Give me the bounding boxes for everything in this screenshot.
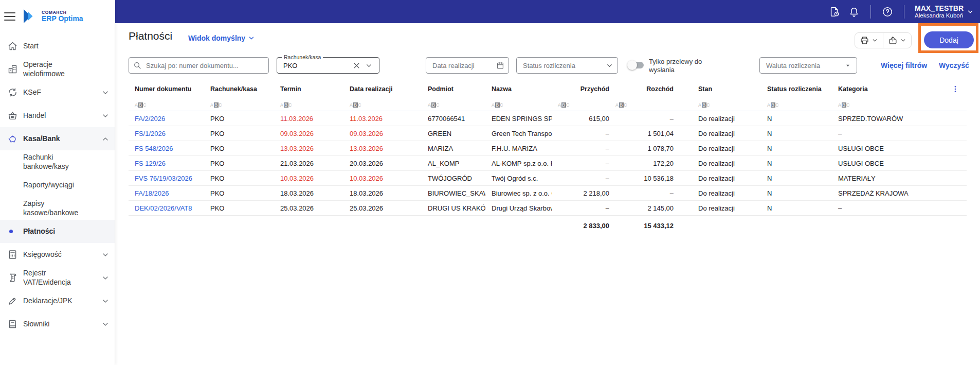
document-number-link[interactable]: FVS 76/19/03/2026 <box>129 175 204 182</box>
column-filter-podmiot[interactable]: ABC <box>422 99 485 109</box>
sidebar-item-label: Płatności <box>23 227 55 236</box>
column-filter-numer-dokumentu[interactable]: ABC <box>129 99 204 109</box>
column-menu-kebab-icon[interactable] <box>946 85 967 93</box>
realization-date-cell: 09.03.2026 <box>343 130 422 137</box>
table-filter-row: ABCABCABCABCABCABCABCABCABCABCABC <box>129 97 967 111</box>
column-filter-abc-icon[interactable]: ABC <box>135 102 147 108</box>
chevron-down-icon <box>967 8 974 15</box>
chevron-down-icon[interactable] <box>362 59 375 72</box>
column-header-rachunek-kasa[interactable]: Rachunek/kasa <box>204 85 274 93</box>
table-row[interactable]: FA/2/2026PKO11.03.202611.03.202667700665… <box>129 111 967 126</box>
sidebar-item-kasa-bank[interactable]: Kasa/Bank <box>0 127 115 150</box>
due-date-cell: 11.03.2026 <box>274 115 343 123</box>
column-filter-rachunek-kasa[interactable]: ABC <box>204 99 274 109</box>
table-row[interactable]: FS 129/26PKO21.03.202620.03.2026AL_KOMPA… <box>129 156 967 171</box>
sidebar-item-start[interactable]: Start <box>0 34 115 58</box>
dropdown-arrow-icon <box>844 62 851 69</box>
sidebar-item-płatności[interactable]: Płatności <box>0 220 115 243</box>
document-number-link[interactable]: FA/2/2026 <box>129 115 204 123</box>
app-window: MAX_TESTBR Aleksandra Kuboń COMARCH ERP … <box>0 0 980 365</box>
sidebar-item-rachunki-bankowe-kasy[interactable]: Rachunki bankowe/kasy <box>0 150 115 173</box>
column-header-kategoria[interactable]: Kategoria <box>832 85 946 93</box>
table-row[interactable]: FVS 76/19/03/2026PKO10.03.202610.03.2026… <box>129 171 967 186</box>
document-number-link[interactable]: DEK/02/2026/VAT8 <box>129 204 204 212</box>
column-header-rozchód[interactable]: Rozchód <box>609 85 674 93</box>
column-filter-kategoria[interactable]: ABC <box>832 99 946 109</box>
column-filter-abc-icon[interactable]: ABC <box>428 102 440 108</box>
sidebar-item-handel[interactable]: Handel <box>0 104 115 127</box>
column-filter-nazwa[interactable]: ABC <box>485 99 552 109</box>
expense-cell: 1 078,70 <box>609 145 674 152</box>
column-filter-abc-icon[interactable]: ABC <box>698 102 710 108</box>
column-filter-status-rozliczenia[interactable]: ABC <box>761 99 832 109</box>
hamburger-menu-icon[interactable] <box>4 12 15 21</box>
column-filter-abc-icon[interactable]: ABC <box>492 102 503 108</box>
column-filter-abc-icon[interactable]: ABC <box>558 102 570 108</box>
app-logo[interactable]: COMARCH ERP Optima <box>23 9 83 23</box>
currency-filter[interactable]: Waluta rozliczenia <box>759 57 857 74</box>
sidebar-item-label: Raporty/wyciągi <box>23 181 74 190</box>
column-filter-abc-icon[interactable]: ABC <box>767 102 779 108</box>
account-cell: PKO <box>204 189 274 197</box>
document-number-link[interactable]: FS 548/2026 <box>129 145 204 152</box>
column-filter-rozchód[interactable]: ABC <box>609 99 674 109</box>
document-number-link[interactable]: FA/18/2026 <box>129 189 204 197</box>
table-row[interactable]: FA/18/2026PKO18.03.202618.03.2026BIUROWI… <box>129 186 967 201</box>
account-filter[interactable]: Rachunek/kasa PKO <box>277 57 379 74</box>
user-menu[interactable]: MAX_TESTBR Aleksandra Kuboń <box>915 4 974 19</box>
document-number-link[interactable]: FS/1/2026 <box>129 130 204 137</box>
date-filter[interactable]: Data realizacji <box>426 57 509 74</box>
sidebar-item-ksef[interactable]: KSeF <box>0 81 115 104</box>
table-row[interactable]: DEK/02/2026/VAT8PKO25.03.202625.03.2026D… <box>129 201 967 216</box>
column-header-numer-dokumentu[interactable]: Numer dokumentu <box>129 85 204 93</box>
column-filter-data-realizacji[interactable]: ABC <box>343 99 422 109</box>
search-input[interactable] <box>145 61 264 70</box>
print-button[interactable] <box>855 36 883 45</box>
sidebar-item-słowniki[interactable]: Słowniki <box>0 312 115 336</box>
table-row[interactable]: FS 548/2026PKO13.03.202613.03.2026MARIZA… <box>129 141 967 156</box>
table-row[interactable]: FS/1/2026PKO09.03.202609.03.2026GREENGre… <box>129 126 967 141</box>
column-header-data-realizacji[interactable]: Data realizacji <box>343 85 422 93</box>
more-filters-link[interactable]: Więcej filtrów <box>881 61 927 69</box>
column-filter-abc-icon[interactable]: ABC <box>280 102 292 108</box>
column-header-nazwa[interactable]: Nazwa <box>485 85 552 93</box>
sidebar-item-operacje-wielofirmowe[interactable]: Operacje wielofirmowe <box>0 58 115 81</box>
status-filter[interactable]: Status rozliczenia <box>516 57 618 74</box>
column-header-przychód[interactable]: Przychód <box>552 85 609 93</box>
column-header-stan[interactable]: Stan <box>674 85 761 93</box>
document-clock-icon[interactable] <box>828 6 841 18</box>
column-filter-abc-icon[interactable]: ABC <box>838 102 850 108</box>
sidebar-item-zapisy-kasowe-bankowe[interactable]: Zapisy kasowe/bankowe <box>0 197 115 220</box>
document-number-link[interactable]: FS 129/26 <box>129 160 204 167</box>
clear-icon[interactable] <box>350 59 362 72</box>
realization-date-cell: 20.03.2026 <box>343 160 422 167</box>
transfers-toggle[interactable] <box>628 62 644 68</box>
column-header-status-rozliczenia[interactable]: Status rozliczenia <box>761 85 832 93</box>
due-date-cell: 10.03.2026 <box>274 175 343 182</box>
column-header-termin[interactable]: Termin <box>274 85 343 93</box>
due-date-cell: 09.03.2026 <box>274 130 343 137</box>
clear-filters-link[interactable]: Wyczyść <box>939 61 969 69</box>
column-filter-stan[interactable]: ABC <box>674 99 761 109</box>
sidebar-item-deklaracje-jpk[interactable]: Deklaracje/JPK <box>0 289 115 312</box>
income-cell: 2 218,00 <box>552 189 609 197</box>
sidebar-item-label: Rejestr VAT/Ewidencja <box>23 269 89 287</box>
add-button[interactable]: Dodaj <box>924 31 974 48</box>
view-selector[interactable]: Widok domyślny <box>188 34 255 42</box>
column-header-podmiot[interactable]: Podmiot <box>422 85 485 93</box>
sidebar-item-raporty-wyciągi[interactable]: Raporty/wyciągi <box>0 173 115 197</box>
settlement-status-cell: N <box>761 189 832 197</box>
realization-date-cell: 25.03.2026 <box>343 204 422 212</box>
state-cell: Do realizacji <box>674 160 761 167</box>
column-filter-termin[interactable]: ABC <box>274 99 343 109</box>
column-filter-abc-icon[interactable]: ABC <box>350 102 361 108</box>
column-filter-abc-icon[interactable]: ABC <box>210 102 222 108</box>
sidebar-item-księgowość[interactable]: Księgowość <box>0 243 115 266</box>
sidebar-item-label: Handel <box>23 111 46 120</box>
column-filter-abc-icon[interactable]: ABC <box>615 102 627 108</box>
bell-icon[interactable] <box>848 6 860 18</box>
help-icon[interactable] <box>881 6 894 18</box>
column-filter-przychód[interactable]: ABC <box>552 99 609 109</box>
sidebar-item-rejestr-vat-ewidencja[interactable]: Rejestr VAT/Ewidencja <box>0 266 115 289</box>
export-button[interactable] <box>883 36 911 45</box>
